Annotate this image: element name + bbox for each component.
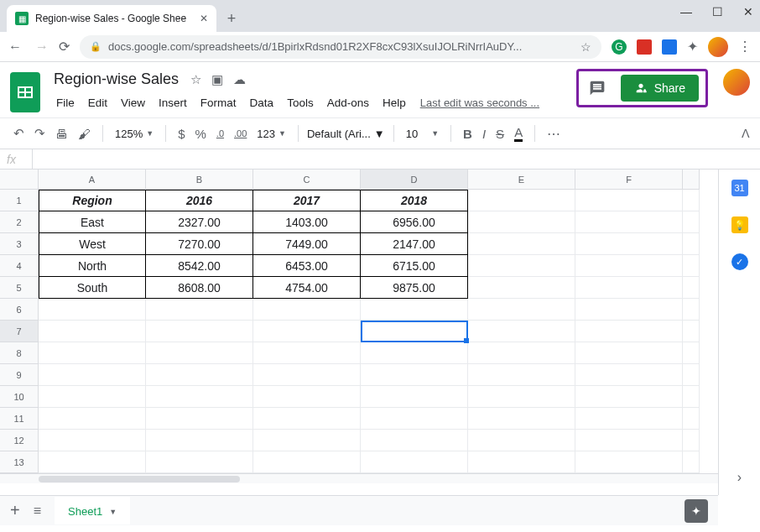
cell[interactable]: 6956.00 [361,211,468,233]
add-sheet-button[interactable]: + [10,501,20,520]
cell[interactable] [683,233,700,255]
row-header-11[interactable]: 11 [0,408,39,430]
cell[interactable] [575,277,683,299]
cell[interactable]: 6715.00 [361,255,468,277]
cell[interactable]: 1403.00 [253,211,361,233]
calendar-icon[interactable]: 31 [731,180,748,196]
select-all-corner[interactable] [0,170,39,190]
more-tools-button[interactable]: ⋯ [544,123,565,145]
tasks-icon[interactable]: ✓ [731,253,748,270]
row-header-4[interactable]: 4 [0,255,39,277]
cell[interactable] [253,386,361,408]
percent-button[interactable]: % [192,123,210,144]
browser-tab[interactable]: ▦ Region-wise Sales - Google Shee ✕ [7,5,216,32]
cell[interactable] [39,386,146,408]
cell[interactable] [683,255,700,277]
menu-edit[interactable]: Edit [82,93,113,112]
cell[interactable] [468,386,575,408]
cell[interactable] [683,451,700,473]
undo-button[interactable]: ↶ [10,123,28,144]
cell[interactable] [253,299,361,321]
cell[interactable] [575,211,683,233]
cell[interactable]: 2327.00 [146,211,253,233]
explore-button[interactable]: ✦ [685,499,708,523]
print-button[interactable]: 🖶 [52,123,71,144]
address-bar[interactable]: 🔒 docs.google.com/spreadsheets/d/1Bpirlx… [80,35,601,59]
cell[interactable]: North [39,255,146,277]
cell[interactable] [361,408,468,430]
cell[interactable] [468,255,575,277]
cell[interactable] [575,299,683,321]
cell[interactable] [39,342,146,364]
sheet-tab[interactable]: Sheet1 ▼ [55,497,130,524]
row-header-13[interactable]: 13 [0,451,39,473]
cell[interactable] [146,451,253,473]
menu-format[interactable]: Format [195,93,242,112]
cell[interactable]: 2147.00 [361,233,468,255]
cell[interactable] [575,451,683,473]
cell[interactable] [253,408,361,430]
cell[interactable] [39,299,146,321]
cell[interactable] [39,364,146,386]
cell[interactable] [575,342,683,364]
cell[interactable] [468,451,575,473]
row-header-7[interactable]: 7 [0,321,39,342]
cell[interactable] [468,277,575,299]
horizontal-scrollbar[interactable] [0,473,718,483]
row-header-2[interactable]: 2 [0,211,39,233]
cell[interactable] [575,386,683,408]
row-header-10[interactable]: 10 [0,386,39,408]
formula-input[interactable] [33,149,760,169]
cloud-status-icon[interactable]: ☁ [233,72,246,87]
increase-decimal-button[interactable]: .00 [231,125,250,142]
cell[interactable] [39,408,146,430]
cell[interactable] [575,233,683,255]
all-sheets-button[interactable]: ≡ [34,503,41,519]
cell[interactable] [683,386,700,408]
cell[interactable] [683,342,700,364]
col-header-d[interactable]: D [361,170,468,190]
menu-addons[interactable]: Add-ons [321,93,375,112]
col-header-c[interactable]: C [253,170,361,190]
cell[interactable] [361,430,468,451]
cell[interactable] [253,451,361,473]
strike-button[interactable]: S [492,123,508,144]
decrease-decimal-button[interactable]: .0 [213,125,227,142]
cell[interactable] [468,364,575,386]
cell[interactable] [253,342,361,364]
share-button[interactable]: Share [621,75,699,102]
forward-button[interactable]: → [35,39,49,55]
cell[interactable]: 2018 [361,190,468,211]
cell[interactable] [468,342,575,364]
row-header-5[interactable]: 5 [0,277,39,299]
cell[interactable]: East [39,211,146,233]
col-header-e[interactable]: E [468,170,575,190]
col-header-f[interactable]: F [575,170,683,190]
cell[interactable] [361,364,468,386]
bold-button[interactable]: B [460,123,476,144]
cell[interactable] [683,277,700,299]
menu-tools[interactable]: Tools [281,93,320,112]
cell[interactable] [39,321,146,342]
cell[interactable] [253,364,361,386]
cell[interactable] [468,321,575,342]
cell[interactable] [361,386,468,408]
cell[interactable] [468,299,575,321]
cell[interactable] [575,430,683,451]
menu-view[interactable]: View [115,93,151,112]
sheet-tab-menu-icon[interactable]: ▼ [109,508,117,516]
row-header-8[interactable]: 8 [0,342,39,364]
cell[interactable]: South [39,277,146,299]
cell[interactable] [39,430,146,451]
comments-button[interactable] [586,76,609,100]
cell[interactable] [146,408,253,430]
cell[interactable] [683,299,700,321]
move-icon[interactable]: ▣ [211,72,223,87]
cell[interactable] [683,190,700,211]
redo-button[interactable]: ↷ [31,123,49,144]
close-icon[interactable]: ✕ [743,5,753,18]
minimize-icon[interactable]: — [680,5,692,18]
cell[interactable]: 8608.00 [146,277,253,299]
cell[interactable] [253,321,361,342]
cell[interactable] [146,364,253,386]
